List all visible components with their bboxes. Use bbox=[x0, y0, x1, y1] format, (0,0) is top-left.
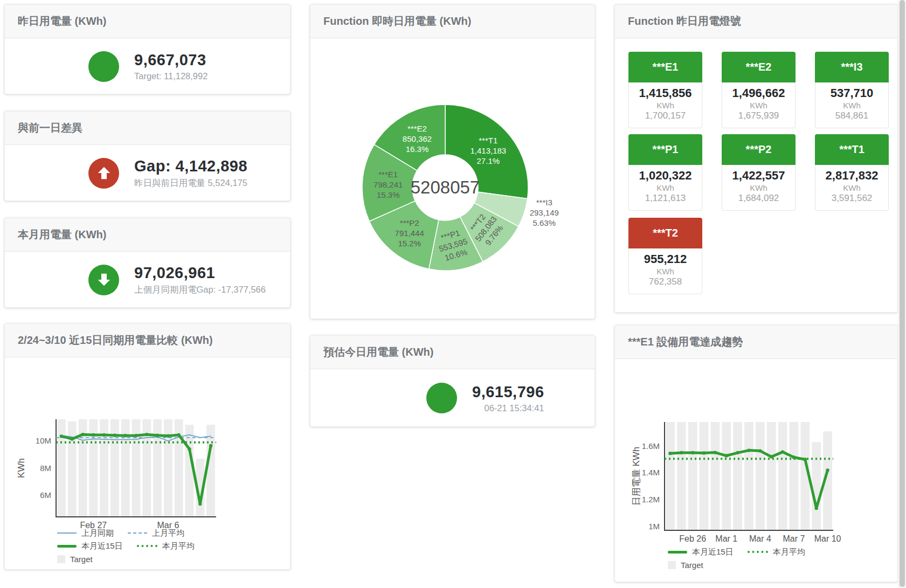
prev-gap-sub: 昨日與前日用電量 5,524,175 bbox=[134, 177, 247, 189]
series-point bbox=[81, 433, 84, 436]
card-estimate-today: 預估今日用電量 (KWh) 9,615,796 06-21 15:34:41 bbox=[310, 335, 595, 427]
target-bar bbox=[700, 422, 709, 530]
series-point bbox=[826, 468, 829, 472]
tile-value: 955,212 bbox=[629, 252, 702, 266]
series-point bbox=[113, 433, 116, 437]
x-tick: Mar 1 bbox=[715, 534, 737, 543]
card-e1-trend: ***E1 設備用電達成趨勢 1M1.2M1.4M1.6M日用電量 KWhFeb… bbox=[614, 325, 898, 582]
tile-target: 1,684,092 bbox=[722, 193, 795, 204]
legend-item-green-thick[interactable]: 本月近15日 bbox=[668, 547, 734, 557]
tile-unit: KWh bbox=[629, 183, 702, 192]
tile-target: 1,700,157 bbox=[629, 110, 702, 121]
card-realtime-usage: Function 即時日用電量 (KWh) ***T11,413,18327.1… bbox=[310, 4, 595, 319]
e1-trend-title: ***E1 設備用電達成趨勢 bbox=[615, 326, 897, 359]
prev-gap-value: Gap: 4,142,898 bbox=[134, 157, 247, 175]
prev-gap-title: 與前一日差異 bbox=[5, 112, 290, 145]
card-yesterday-title: 昨日用電量 (KWh) bbox=[5, 5, 290, 38]
light-tile-T1: ***T12,817,832KWh3,591,562 bbox=[815, 134, 889, 211]
series-point bbox=[60, 434, 63, 438]
estimate-kpi: 9,615,796 06-21 15:34:41 bbox=[310, 369, 594, 427]
tile-target: 762,358 bbox=[629, 276, 702, 287]
y-tick: 1.2M bbox=[642, 495, 660, 504]
series-point bbox=[71, 437, 74, 440]
tile-target: 584,861 bbox=[815, 110, 888, 121]
tile-target: 3,591,562 bbox=[815, 193, 888, 204]
tile-value: 1,496,662 bbox=[722, 86, 795, 100]
target-bar bbox=[677, 422, 686, 530]
legend-label: 本月平均 bbox=[773, 547, 805, 557]
legend-label: 本月平均 bbox=[162, 541, 195, 551]
target-bar bbox=[164, 419, 172, 517]
donut-label-I3: ***I3293,1495.63% bbox=[530, 198, 559, 227]
tile-body: 1,020,322KWh1,121,613 bbox=[628, 165, 702, 211]
legend-item-green-dot[interactable]: 本月平均 bbox=[748, 547, 805, 557]
y-tick: 8M bbox=[40, 464, 51, 473]
series-point bbox=[167, 434, 170, 437]
card-month-usage: 本月用電量 (KWh) 97,026,961 上個月同期用電Gap: -17,3… bbox=[4, 218, 291, 308]
tile-value: 537,710 bbox=[815, 86, 888, 100]
series-point bbox=[691, 451, 694, 454]
legend-swatch-icon bbox=[137, 545, 157, 547]
series-point bbox=[156, 433, 159, 437]
tile-status-header: ***P1 bbox=[628, 134, 702, 165]
tile-unit: KWh bbox=[815, 183, 888, 192]
x-tick: Mar 7 bbox=[783, 534, 805, 543]
y-axis-label: KWh bbox=[16, 458, 26, 478]
month-value: 97,026,961 bbox=[134, 264, 266, 282]
legend-swatch-icon bbox=[57, 555, 65, 563]
target-bar bbox=[778, 422, 787, 530]
legend-row: 本月近15日本月平均 bbox=[668, 547, 805, 557]
legend-swatch-icon bbox=[57, 532, 77, 534]
legend-row: 本月近15日本月平均 bbox=[57, 541, 195, 551]
tile-value: 1,020,322 bbox=[629, 169, 702, 183]
target-bar bbox=[206, 425, 215, 517]
target-bar bbox=[790, 422, 799, 530]
scrollbar-track[interactable] bbox=[898, 0, 906, 588]
estimate-value: 9,615,796 bbox=[472, 383, 544, 401]
tile-status-header: ***I3 bbox=[815, 52, 889, 82]
card-yesterday-usage: 昨日用電量 (KWh) 9,667,073 Target: 11,128,992 bbox=[4, 4, 291, 94]
prev-gap-kpi: Gap: 4,142,898 昨日與前日用電量 5,524,175 bbox=[5, 145, 290, 201]
series-point bbox=[815, 507, 818, 510]
series-point bbox=[714, 451, 717, 454]
legend-label: 上月平均 bbox=[152, 528, 184, 538]
target-bar bbox=[756, 422, 765, 530]
card-yesterday-lights: Function 昨日用電燈號 ***E11,415,856KWh1,700,1… bbox=[614, 4, 898, 313]
x-tick: Feb 26 bbox=[679, 534, 706, 543]
energy-dashboard: 昨日用電量 (KWh) 9,667,073 Target: 11,128,992… bbox=[0, 0, 906, 588]
green-status-circle-icon bbox=[88, 51, 119, 82]
yesterday-target: Target: 11,128,992 bbox=[134, 71, 208, 81]
x-tick: Mar 4 bbox=[749, 534, 771, 543]
target-bar bbox=[57, 419, 66, 517]
month-title: 本月用電量 (KWh) bbox=[5, 218, 290, 252]
legend-item-blue-line[interactable]: 上月同期 bbox=[57, 528, 114, 538]
legend-item-green-dot[interactable]: 本月平均 bbox=[137, 541, 195, 551]
series-point bbox=[198, 502, 202, 506]
legend-label: 本月近15日 bbox=[692, 547, 734, 557]
legend-swatch-icon bbox=[748, 551, 768, 553]
y-tick: 1.4M bbox=[642, 468, 660, 477]
target-bar bbox=[666, 422, 675, 530]
yesterday-value: 9,667,073 bbox=[134, 51, 208, 69]
compare-legend: 上月同期上月平均本月近15日本月平均Target bbox=[57, 528, 195, 564]
tile-status-header: ***E1 bbox=[628, 52, 702, 82]
tile-body: 537,710KWh584,861 bbox=[815, 82, 889, 128]
legend-item-gray-box[interactable]: Target bbox=[57, 555, 93, 564]
series-point bbox=[177, 433, 181, 437]
target-bar bbox=[733, 422, 742, 530]
y-tick: 1M bbox=[648, 522, 660, 531]
x-tick: Mar 10 bbox=[814, 534, 841, 543]
series-point bbox=[725, 454, 728, 457]
donut-svg: ***T11,413,18327.1%***I3293,1495.63%***T… bbox=[310, 38, 596, 320]
series-point bbox=[124, 434, 127, 437]
legend-swatch-icon bbox=[668, 551, 687, 554]
legend-item-green-thick[interactable]: 本月近15日 bbox=[57, 541, 123, 551]
scrollbar-thumb[interactable] bbox=[900, 0, 905, 587]
legend-item-gray-box[interactable]: Target bbox=[668, 561, 703, 570]
target-bar bbox=[744, 422, 753, 530]
series-point bbox=[781, 450, 784, 453]
legend-item-blue-dash[interactable]: 上月平均 bbox=[128, 528, 184, 538]
legend-swatch-icon bbox=[128, 532, 147, 534]
series-point bbox=[680, 451, 683, 454]
lights-title: Function 昨日用電燈號 bbox=[615, 5, 897, 38]
